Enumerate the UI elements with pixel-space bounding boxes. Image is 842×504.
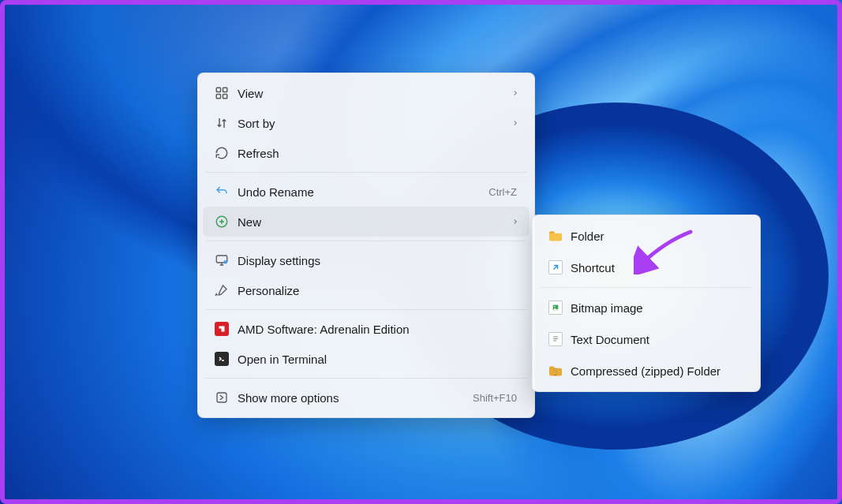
chevron-right-icon (509, 89, 522, 97)
desktop-background[interactable]: View Sort by Refresh (0, 0, 842, 504)
shortcut-icon (545, 260, 566, 274)
menu-divider (206, 241, 526, 241)
menu-label: Personalize (233, 284, 522, 297)
new-icon (211, 215, 233, 229)
sort-icon (211, 116, 233, 130)
menu-divider (206, 378, 526, 379)
grid-icon (211, 86, 233, 100)
text-doc-icon (545, 332, 566, 346)
menu-item-open-in-terminal[interactable]: Open in Terminal (203, 344, 530, 374)
submenu-label: Bitmap image (566, 301, 643, 315)
svg-rect-11 (555, 369, 556, 370)
menu-divider (206, 172, 526, 173)
svg-point-6 (223, 260, 227, 264)
undo-icon (211, 185, 233, 199)
menu-label: Sort by (233, 117, 509, 130)
bitmap-icon (545, 301, 566, 315)
submenu-item-bitmap-image[interactable]: Bitmap image (537, 292, 755, 323)
submenu-item-shortcut[interactable]: Shortcut (537, 252, 755, 283)
zip-folder-icon (545, 364, 566, 377)
svg-rect-1 (223, 88, 227, 91)
submenu-label: Shortcut (566, 261, 615, 274)
amd-icon (211, 322, 233, 336)
menu-label: Undo Rename (233, 185, 488, 199)
menu-label: View (233, 87, 509, 100)
svg-rect-12 (555, 371, 556, 372)
menu-label: Refresh (233, 147, 522, 160)
chevron-right-icon (509, 119, 522, 127)
submenu-label: Compressed (zipped) Folder (566, 364, 720, 378)
menu-item-undo-rename[interactable]: Undo Rename Ctrl+Z (203, 177, 530, 207)
display-icon (211, 253, 233, 267)
menu-item-display-settings[interactable]: Display settings (203, 245, 530, 275)
submenu-item-folder[interactable]: Folder (537, 220, 755, 252)
more-options-icon (211, 390, 233, 405)
svg-rect-2 (216, 95, 220, 99)
submenu-item-text-document[interactable]: Text Document (537, 323, 755, 355)
menu-divider (206, 309, 526, 310)
menu-divider (541, 287, 752, 288)
submenu-label: Text Document (566, 333, 649, 346)
submenu-label: Folder (566, 230, 604, 243)
menu-label: Open in Terminal (233, 353, 522, 366)
refresh-icon (211, 146, 233, 160)
menu-item-show-more-options[interactable]: Show more options Shift+F10 (203, 383, 530, 413)
menu-item-view[interactable]: View (203, 78, 530, 108)
svg-rect-3 (223, 95, 227, 99)
svg-point-9 (554, 306, 556, 308)
menu-label: AMD Software: Adrenalin Edition (233, 323, 522, 336)
svg-rect-7 (217, 393, 226, 402)
menu-item-sort-by[interactable]: Sort by (203, 108, 530, 138)
menu-label: Display settings (233, 254, 522, 267)
submenu-item-compressed-folder[interactable]: Compressed (zipped) Folder (537, 355, 755, 386)
folder-icon (545, 230, 566, 242)
terminal-icon (211, 352, 233, 366)
new-submenu: Folder Shortcut Bitmap image (532, 215, 761, 392)
svg-rect-13 (555, 373, 556, 374)
menu-item-new[interactable]: New (203, 207, 530, 237)
brush-icon (211, 283, 233, 297)
menu-shortcut: Shift+F10 (473, 392, 522, 404)
menu-label: New (233, 215, 509, 229)
desktop-context-menu: View Sort by Refresh (197, 73, 535, 418)
menu-shortcut: Ctrl+Z (488, 186, 522, 198)
menu-item-refresh[interactable]: Refresh (203, 138, 530, 168)
menu-item-personalize[interactable]: Personalize (203, 275, 530, 305)
svg-rect-0 (216, 88, 220, 91)
menu-item-amd-software[interactable]: AMD Software: Adrenalin Edition (203, 314, 530, 344)
chevron-right-icon (509, 218, 522, 226)
menu-label: Show more options (233, 391, 473, 405)
